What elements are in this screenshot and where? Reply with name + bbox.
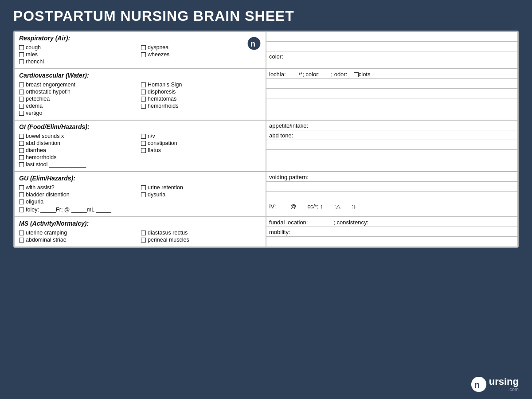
gu-title: GU (Elim/Hazards): [19, 175, 261, 182]
fundal-line: fundal location: ; consistency: [266, 217, 517, 227]
lochia-line: lochia: /*; color: ; odor: clots [266, 69, 517, 79]
ms-extra [266, 237, 517, 246]
header: POSTPARTUM NURSING BRAIN SHEET [0, 0, 532, 31]
ms-right: fundal location: ; consistency: mobility… [266, 217, 518, 247]
n-logo-icon: n [246, 35, 262, 51]
check-breast-engorgement: breast engorgement [19, 82, 139, 88]
gi-title: GI (Food/Elim/Hazards): [19, 123, 261, 130]
check-nv: n/v [141, 133, 261, 139]
cv-line4 [266, 98, 517, 108]
check-last-stool: last stool ____________ [19, 161, 139, 168]
gi-row: GI (Food/Elim/Hazards): bowel sounds x__… [14, 120, 518, 172]
check-hematomas: hematomas [141, 96, 261, 102]
logo-area: n ursing .com [470, 376, 519, 393]
check-petechiea: petechiea [19, 96, 139, 102]
cardiovascular-row: Cardiovascular (Water): breast engorgeme… [14, 69, 518, 120]
check-constipation: constipation [141, 140, 261, 146]
gi-extra2 [266, 150, 517, 160]
gi-left: GI (Food/Elim/Hazards): bowel sounds x__… [14, 120, 266, 172]
respiratory-right: color: [266, 31, 518, 69]
svg-text:n: n [474, 379, 480, 390]
check-disphoresis: disphoresis [141, 89, 261, 95]
ms-left: MS (Activity/Normalcy): uterine cramping… [14, 217, 266, 247]
gu-row: GU (Elim/Hazards): with assist? bladder … [14, 172, 518, 217]
check-edema: edema [19, 103, 139, 109]
gi-extra1 [266, 140, 517, 150]
page-title: POSTPARTUM NURSING BRAIN SHEET [13, 8, 519, 24]
check-flatus: flatus [141, 147, 261, 153]
respiratory-title: Respiratory (Air): [19, 35, 261, 42]
resp-line1 [266, 32, 517, 42]
check-abdominal-striae: abdominal striae [19, 237, 139, 243]
brain-sheet-card: Respiratory (Air): cough rales [13, 31, 519, 248]
gu-extra2 [266, 192, 517, 201]
cardiovascular-checks: breast engorgement orthostatic hypot'n p… [19, 81, 261, 117]
cardiovascular-title: Cardiovascular (Water): [19, 72, 261, 79]
cv-line3 [266, 89, 517, 98]
ms-title: MS (Activity/Normalcy): [19, 220, 261, 227]
gu-left: GU (Elim/Hazards): with assist? bladder … [14, 172, 266, 217]
ms-checks: uterine cramping abdominal striae diasta… [19, 229, 261, 244]
nursing-logo-text: ursing .com [489, 377, 519, 392]
cv-line2 [266, 79, 517, 89]
check-rhonchi: rhonchi [19, 59, 139, 65]
cb-foley [19, 207, 24, 212]
voiding-line: voiding pattern: [266, 172, 517, 182]
mobility-line: mobility: [266, 227, 517, 237]
cb-wheezes [141, 52, 146, 57]
check-diastasus-rectus: diastasus rectus [141, 230, 261, 236]
check-cough: cough [19, 44, 139, 51]
gi-right: appetite/intake: abd tone: [266, 120, 518, 172]
gu-extra1 [266, 182, 517, 192]
check-orthostatic: orthostatic hypot'n [19, 89, 139, 95]
gi-checks: bowel sounds x______ abd distention diar… [19, 132, 261, 168]
svg-text:n: n [250, 39, 255, 48]
respiratory-row: Respiratory (Air): cough rales [14, 31, 518, 69]
gu-right: voiding pattern: IV: @ cc/*; ↑ :△ :↓ [266, 172, 518, 217]
respiratory-checks: cough rales rhonchi [19, 43, 261, 66]
ms-row: MS (Activity/Normalcy): uterine cramping… [14, 217, 518, 247]
check-homans: Homan's Sign [141, 82, 261, 88]
check-oliguria: oliguria [19, 199, 139, 205]
check-perineal-muscles: perineal muscles [141, 237, 261, 243]
check-wheezes: wheezes [141, 51, 261, 58]
respiratory-left: Respiratory (Air): cough rales [14, 31, 266, 69]
check-urine-retention: urine retention [141, 184, 261, 191]
cb-rhonchi [19, 59, 24, 64]
cardiovascular-right: lochia: /*; color: ; odor: clots [266, 69, 518, 120]
check-bladder-distention: bladder distention [19, 192, 139, 198]
check-uterine-cramping: uterine cramping [19, 230, 139, 236]
resp-color: color: [266, 51, 517, 61]
abd-tone-line: abd tone: [266, 130, 517, 140]
check-vertigo: vertigo [19, 110, 139, 116]
n-logo-overlay: n [246, 35, 262, 53]
nursing-logo-icon: n [470, 376, 487, 393]
gu-checks: with assist? bladder distention oliguria [19, 184, 261, 206]
cb-cough [19, 45, 24, 50]
check-rales: rales [19, 51, 139, 58]
check-dyspnea: dyspnea [141, 44, 261, 51]
iv-line: IV: @ cc/*; ↑ :△ :↓ [266, 201, 517, 211]
foley-line: foley: _____Fr; @ _____mL _____ [19, 207, 261, 213]
card-container: Respiratory (Air): cough rales [0, 31, 532, 257]
check-diarrhea: diarrhea [19, 147, 139, 153]
resp-line2 [266, 42, 517, 51]
appetite-line: appetite/intake: [266, 121, 517, 130]
cardiovascular-left: Cardiovascular (Water): breast engorgeme… [14, 69, 266, 120]
cb-rales [19, 52, 24, 57]
check-bowel-sounds: bowel sounds x______ [19, 133, 139, 139]
check-with-assist: with assist? [19, 184, 139, 191]
check-hemorrhoids-cv: hemorrhoids [141, 103, 261, 109]
check-abd-distention: abd distention [19, 140, 139, 146]
check-dysuria: dysuria [141, 192, 261, 198]
cb-dyspnea [141, 45, 146, 50]
check-hemorrhoids-gi: hemorrhoids [19, 154, 139, 160]
